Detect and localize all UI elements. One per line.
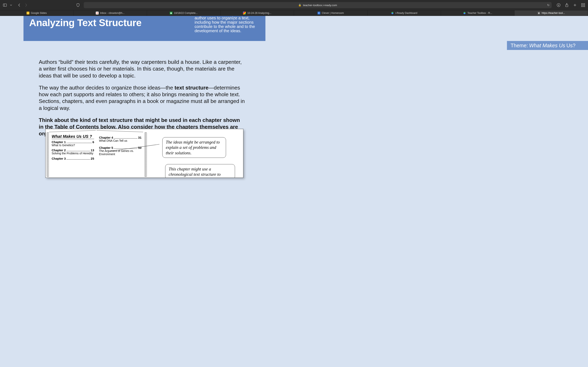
tab-teacher-toolbox[interactable]: Teacher Toolbox - R... <box>441 10 515 16</box>
lock-icon: 🔒 <box>298 4 301 7</box>
toc-entry: Chapter 325 <box>52 157 94 160</box>
toc-entry: Chapter 431 What DNA Can Tell us <box>99 136 141 142</box>
iready-icon <box>463 12 466 15</box>
reload-icon[interactable]: ↻ <box>547 3 550 7</box>
file-icon: ▮ <box>537 12 540 15</box>
svg-rect-10 <box>581 6 583 7</box>
tab-label: Google Slides <box>31 12 47 15</box>
tab-clever[interactable]: C Clever | Homeroom <box>294 10 367 16</box>
tab-label: i-Ready Dashboard <box>395 12 417 15</box>
address-bar[interactable]: 🔒 teacher-toolbox.i-ready.com ↻ <box>84 2 552 8</box>
new-tab-icon[interactable] <box>573 3 577 7</box>
downloads-icon[interactable] <box>557 3 561 7</box>
callout-chronological: This chapter might use a chronological t… <box>165 164 235 178</box>
svg-rect-0 <box>3 4 7 7</box>
forward-icon <box>24 3 28 7</box>
svg-rect-8 <box>581 3 583 5</box>
paragraph-2: The way the author decides to organize t… <box>39 84 245 111</box>
book-title: What Makes Us US ? <box>52 134 94 139</box>
tab-label: 10/18/22 Complete... <box>174 12 198 15</box>
svg-rect-11 <box>584 6 585 7</box>
tab-doc[interactable]: ◉ 10/18/22 Complete... <box>147 10 221 16</box>
lesson-header: Analyzing Text Structure author uses to … <box>24 16 265 41</box>
sidebar-icon[interactable] <box>3 3 7 7</box>
tabs-overview-icon[interactable] <box>581 3 585 7</box>
slides-icon: ▭ <box>26 12 29 15</box>
objective-text: author uses to organize a text, includin… <box>195 16 261 33</box>
page-viewport: Analyzing Text Structure author uses to … <box>0 16 588 367</box>
iready-icon <box>391 12 394 15</box>
tab-label: https://teacher-tool... <box>542 12 565 15</box>
clever-icon: C <box>318 12 320 15</box>
theme-tail: Us? <box>566 43 575 49</box>
tab-gmail-inbox[interactable]: M Inbox - cbraxton@h... <box>73 10 147 16</box>
tab-google-slides[interactable]: ▭ Google Slides <box>0 10 73 16</box>
svg-rect-9 <box>584 3 585 5</box>
google-icon <box>243 12 246 15</box>
tab-label: Inbox - cbraxton@h... <box>100 12 125 15</box>
chevron-down-icon[interactable] <box>10 3 12 7</box>
tab-strip: ▭ Google Slides M Inbox - cbraxton@h... … <box>0 10 588 16</box>
theme-tab: Theme: What Makes Us Us? <box>507 41 588 50</box>
gmail-icon: M <box>96 12 99 15</box>
theme-label: Theme: <box>511 43 528 49</box>
back-icon[interactable] <box>17 3 21 7</box>
paragraph-1: Authors “build” their texts carefully, t… <box>39 59 245 79</box>
tab-iready-dashboard[interactable]: i-Ready Dashboard <box>367 10 441 16</box>
book-page-left: What Makes Us US ? Chapter 16 What Is Ge… <box>49 130 96 178</box>
shield-icon[interactable] <box>76 3 80 7</box>
book-page-right: Chapter 431 What DNA Can Tell us Chapter… <box>96 130 143 178</box>
theme-italic: What Makes Us <box>529 43 565 49</box>
toc-entry: Chapter 213 Solving the Problems of Here… <box>52 149 94 155</box>
book-illustration: What Makes Us US ? Chapter 16 What Is Ge… <box>45 129 243 178</box>
tab-label: Clever | Homeroom <box>322 12 344 15</box>
tab-label: Teacher Toolbox - R... <box>467 12 492 15</box>
lesson-title: Analyzing Text Structure <box>29 17 141 28</box>
toc-entry: Chapter 16 What Is Genetics? <box>52 140 94 147</box>
tab-google-search[interactable]: 10-24-28 Analyzing... <box>221 10 294 16</box>
share-icon[interactable] <box>565 3 569 7</box>
tab-current[interactable]: ▮ https://teacher-tool... <box>515 10 588 16</box>
classroom-icon: ◉ <box>170 12 173 15</box>
objective-box: author uses to organize a text, includin… <box>184 16 265 41</box>
url-text: teacher-toolbox.i-ready.com <box>303 4 337 7</box>
tab-label: 10-24-28 Analyzing... <box>247 12 271 15</box>
browser-toolbar: 🔒 teacher-toolbox.i-ready.com ↻ <box>0 0 588 10</box>
callout-problem-solution: The ideas might be arranged to explain a… <box>162 137 226 158</box>
